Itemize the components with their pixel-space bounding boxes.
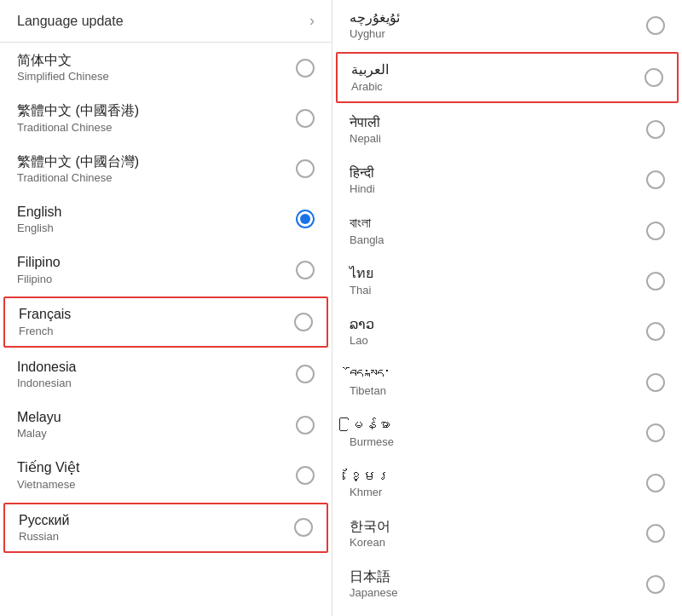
left-lang-item-6[interactable]: IndonesiaIndonesian <box>0 349 332 400</box>
right-lang-item-7[interactable]: བོད་སྐད་Tibetan <box>332 357 682 407</box>
right-lang-native-8: မြန်မာ <box>350 416 394 435</box>
right-radio-circle-0[interactable] <box>646 16 665 35</box>
right-lang-native-2: नेपाली <box>350 113 381 132</box>
right-lang-item-2[interactable]: नेपालीNepali <box>332 105 682 155</box>
lang-native-6: Indonesia <box>17 358 76 377</box>
right-lang-english-11: Japanese <box>350 586 397 601</box>
right-radio-circle-9[interactable] <box>646 474 665 492</box>
lang-native-4: Filipino <box>17 253 61 272</box>
right-lang-native-3: हिन्दी <box>350 164 375 182</box>
right-lang-english-7: Tibetan <box>350 384 390 399</box>
left-lang-item-0[interactable]: 简体中文Simplified Chinese <box>0 43 332 93</box>
right-radio-circle-6[interactable] <box>646 322 665 341</box>
right-lang-item-1[interactable]: العربيةArabic <box>336 52 679 102</box>
right-lang-native-0: ئۇيغۇرچە <box>350 9 400 27</box>
right-radio-circle-4[interactable] <box>646 222 665 240</box>
lang-native-8: Tiếng Việt <box>17 458 79 477</box>
left-lang-item-9[interactable]: РусскийRussian <box>3 503 328 553</box>
right-lang-english-8: Burmese <box>350 435 394 450</box>
right-lang-native-9: ខ្មែរ <box>350 467 390 486</box>
language-settings-page: Language update › 简体中文Simplified Chinese… <box>0 0 682 616</box>
right-lang-english-5: Thai <box>350 284 373 298</box>
lang-english-4: Filipino <box>17 273 61 287</box>
right-lang-native-7: བོད་སྐད་ <box>350 366 390 384</box>
right-radio-circle-2[interactable] <box>646 120 665 139</box>
radio-circle-8[interactable] <box>296 466 315 485</box>
right-lang-native-6: ລາວ <box>350 315 374 334</box>
lang-native-5: Français <box>19 305 71 324</box>
radio-circle-3[interactable] <box>296 210 315 228</box>
right-lang-english-1: Arabic <box>351 80 389 95</box>
right-lang-native-4: বাংলা <box>350 214 384 233</box>
right-lang-english-0: Uyghur <box>350 27 400 42</box>
right-radio-circle-10[interactable] <box>646 524 665 543</box>
lang-english-5: French <box>19 325 71 339</box>
left-lang-item-5[interactable]: FrançaisFrench <box>3 296 328 347</box>
radio-circle-7[interactable] <box>296 416 315 435</box>
right-radio-circle-8[interactable] <box>646 423 665 442</box>
lang-native-9: Русский <box>19 511 69 530</box>
lang-native-2: 繁體中文 (中國台灣) <box>17 153 139 171</box>
lang-native-3: English <box>17 203 61 222</box>
lang-english-1: Traditional Chinese <box>17 121 139 135</box>
lang-native-1: 繁體中文 (中國香港) <box>17 101 139 120</box>
right-lang-item-0[interactable]: ئۇيغۇرچەUyghur <box>332 0 682 50</box>
lang-english-7: Malay <box>17 427 61 441</box>
radio-circle-4[interactable] <box>296 261 315 279</box>
right-panel: ئۇيغۇرچەUyghurالعربيةArabicनेपालीNepaliह… <box>332 0 682 616</box>
right-lang-native-5: ไทย <box>350 264 373 283</box>
lang-native-7: Melayu <box>17 408 61 427</box>
right-radio-circle-3[interactable] <box>646 170 665 189</box>
right-lang-item-6[interactable]: ລາວLao <box>332 307 682 357</box>
right-lang-item-4[interactable]: বাংলাBangla <box>332 205 682 256</box>
language-update-chevron: › <box>309 12 315 30</box>
right-lang-item-8[interactable]: မြန်မာBurmese <box>332 407 682 458</box>
right-radio-circle-1[interactable] <box>644 68 663 87</box>
language-update-title: Language update <box>17 14 124 29</box>
left-lang-item-3[interactable]: EnglishEnglish <box>0 194 332 245</box>
right-lang-english-4: Bangla <box>350 233 384 248</box>
right-lang-native-1: العربية <box>351 60 389 79</box>
lang-english-2: Traditional Chinese <box>17 171 139 186</box>
radio-circle-6[interactable] <box>296 365 315 383</box>
right-lang-english-2: Nepali <box>350 132 381 147</box>
right-radio-circle-11[interactable] <box>646 575 665 594</box>
right-lang-item-5[interactable]: ไทยThai <box>332 256 682 306</box>
right-lang-item-9[interactable]: ខ្មែរKhmer <box>332 458 682 509</box>
right-lang-native-10: 한국어 <box>350 517 390 536</box>
left-lang-item-4[interactable]: FilipinoFilipino <box>0 245 332 295</box>
lang-english-0: Simplified Chinese <box>17 70 109 84</box>
right-lang-english-10: Korean <box>350 536 390 550</box>
left-lang-item-2[interactable]: 繁體中文 (中國台灣)Traditional Chinese <box>0 144 332 194</box>
right-radio-circle-7[interactable] <box>646 373 665 392</box>
right-lang-item-11[interactable]: 日本語Japanese <box>332 559 682 609</box>
language-update-row[interactable]: Language update › <box>0 0 332 43</box>
right-lang-english-6: Lao <box>350 334 374 348</box>
right-lang-english-3: Hindi <box>350 182 375 197</box>
left-lang-item-7[interactable]: MelayuMalay <box>0 400 332 450</box>
radio-circle-5[interactable] <box>294 313 313 331</box>
lang-english-3: English <box>17 222 61 236</box>
left-language-list: 简体中文Simplified Chinese繁體中文 (中國香港)Traditi… <box>0 43 332 553</box>
radio-circle-0[interactable] <box>296 59 315 78</box>
left-panel: Language update › 简体中文Simplified Chinese… <box>0 0 332 616</box>
right-language-list: ئۇيغۇرچەUyghurالعربيةArabicनेपालीNepaliह… <box>332 0 682 609</box>
left-lang-item-8[interactable]: Tiếng ViệtVietnamese <box>0 450 332 500</box>
radio-circle-9[interactable] <box>294 518 313 537</box>
radio-circle-1[interactable] <box>296 109 315 128</box>
lang-english-6: Indonesian <box>17 377 76 391</box>
lang-english-9: Russian <box>19 530 69 544</box>
radio-circle-2[interactable] <box>296 159 315 178</box>
lang-native-0: 简体中文 <box>17 51 109 70</box>
right-radio-circle-5[interactable] <box>646 272 665 291</box>
right-lang-item-3[interactable]: हिन्दीHindi <box>332 155 682 205</box>
right-lang-item-10[interactable]: 한국어Korean <box>332 509 682 559</box>
lang-english-8: Vietnamese <box>17 478 79 492</box>
left-lang-item-1[interactable]: 繁體中文 (中國香港)Traditional Chinese <box>0 93 332 143</box>
right-lang-native-11: 日本語 <box>350 567 397 586</box>
right-lang-english-9: Khmer <box>350 486 390 500</box>
